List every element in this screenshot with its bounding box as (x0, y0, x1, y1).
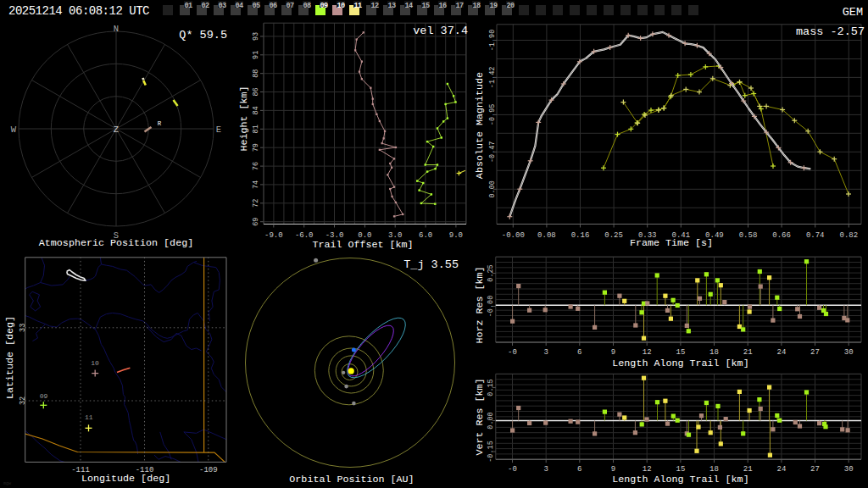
svg-text:16: 16 (439, 2, 448, 10)
svg-text:02: 02 (202, 2, 210, 10)
svg-text:12: 12 (371, 2, 380, 10)
svg-text:11: 11 (354, 2, 363, 10)
svg-text:12: 12 (643, 348, 652, 357)
svg-text:12: 12 (643, 465, 652, 474)
svg-text:W: W (11, 125, 17, 135)
svg-text:0.16: 0.16 (571, 231, 590, 240)
svg-text:10: 10 (91, 359, 99, 367)
svg-text:Longitude [deg]: Longitude [deg] (81, 473, 170, 485)
svg-text:N: N (114, 24, 119, 34)
svg-text:11: 11 (85, 413, 93, 421)
svg-text:21: 21 (743, 465, 753, 474)
svg-text:vel 37.4: vel 37.4 (413, 25, 468, 37)
svg-text:Z: Z (114, 125, 119, 135)
svg-text:9: 9 (611, 348, 615, 357)
svg-text:6.0: 6.0 (419, 231, 432, 240)
svg-text:R: R (158, 120, 162, 127)
svg-text:Q* 59.5: Q* 59.5 (179, 29, 227, 42)
svg-text:27: 27 (810, 465, 820, 474)
svg-text:Latitude [deg]: Latitude [deg] (4, 316, 16, 399)
svg-text:18: 18 (709, 465, 719, 474)
svg-text:9.0: 9.0 (449, 231, 463, 240)
svg-text:01: 01 (185, 2, 193, 10)
svg-text:69: 69 (252, 218, 260, 226)
svg-text:Vert Res [km]: Vert Res [km] (474, 378, 486, 455)
svg-text:T_j 3.55: T_j 3.55 (403, 258, 459, 271)
svg-text:Horz Res [km]: Horz Res [km] (474, 266, 486, 343)
svg-text:33: 33 (19, 324, 27, 332)
svg-text:15: 15 (676, 348, 685, 357)
svg-text:93: 93 (252, 32, 260, 41)
svg-text:mgw: mgw (3, 481, 11, 486)
svg-text:05: 05 (253, 2, 261, 10)
svg-text:mass -2.57: mass -2.57 (796, 25, 865, 38)
svg-text:Frame Time [s]: Frame Time [s] (630, 237, 713, 249)
svg-text:32: 32 (19, 396, 27, 405)
svg-text:30: 30 (844, 465, 854, 474)
svg-text:Height [km]: Height [km] (238, 86, 250, 151)
svg-text:76: 76 (252, 162, 260, 170)
svg-text:09: 09 (40, 392, 48, 400)
svg-text:72: 72 (252, 199, 260, 208)
svg-text:08: 08 (303, 2, 312, 10)
svg-text:27: 27 (810, 348, 820, 357)
svg-text:6: 6 (577, 465, 581, 474)
svg-text:-6.0: -6.0 (295, 231, 314, 240)
svg-text:Length Along Trail [km]: Length Along Trail [km] (612, 474, 748, 485)
svg-text:79: 79 (252, 143, 260, 152)
svg-text:6: 6 (577, 348, 581, 357)
svg-text:04: 04 (236, 2, 244, 10)
svg-text:13: 13 (388, 2, 397, 10)
svg-text:10: 10 (337, 2, 346, 10)
svg-text:Absolute Magnitude: Absolute Magnitude (474, 72, 486, 179)
svg-text:21: 21 (743, 348, 753, 357)
svg-text:17: 17 (456, 2, 465, 10)
svg-text:Orbital Position [AU]: Orbital Position [AU] (289, 474, 414, 485)
svg-text:-9.0: -9.0 (264, 231, 283, 240)
svg-text:74: 74 (252, 180, 260, 189)
svg-text:3: 3 (543, 465, 548, 474)
svg-text:Length Along Trail [km]: Length Along Trail [km] (612, 358, 748, 369)
svg-text:15: 15 (422, 2, 431, 10)
svg-text:GEM: GEM (843, 6, 863, 19)
svg-text:20251214 06:08:12 UTC: 20251214 06:08:12 UTC (8, 4, 149, 18)
svg-text:84: 84 (252, 106, 260, 114)
svg-text:18: 18 (473, 2, 481, 10)
svg-text:06: 06 (270, 2, 278, 10)
svg-text:-0.00: -0.00 (502, 231, 525, 240)
svg-text:9: 9 (611, 465, 615, 474)
svg-text:15: 15 (676, 465, 685, 474)
svg-text:91: 91 (252, 51, 260, 59)
svg-text:-0: -0 (508, 465, 517, 474)
svg-text:-109: -109 (199, 466, 218, 474)
svg-text:86: 86 (252, 87, 260, 96)
svg-text:-0: -0 (508, 348, 517, 357)
svg-text:24: 24 (776, 348, 786, 357)
svg-text:0.66: 0.66 (772, 231, 791, 240)
svg-text:18: 18 (709, 348, 719, 357)
svg-text:30: 30 (844, 348, 854, 357)
svg-text:20: 20 (507, 2, 515, 10)
svg-text:88: 88 (252, 69, 260, 78)
svg-text:03: 03 (219, 2, 227, 10)
svg-text:3: 3 (543, 348, 548, 357)
svg-text:Trail Offset [km]: Trail Offset [km] (312, 239, 413, 251)
svg-text:0.74: 0.74 (806, 231, 825, 240)
svg-text:19: 19 (490, 2, 498, 10)
svg-text:24: 24 (776, 465, 786, 474)
svg-text:81: 81 (252, 125, 260, 133)
svg-text:0.08: 0.08 (537, 231, 556, 240)
svg-text:Atmospheric Position [deg]: Atmospheric Position [deg] (39, 237, 193, 249)
svg-text:09: 09 (320, 2, 329, 10)
svg-text:0.82: 0.82 (839, 231, 858, 240)
svg-text:E: E (216, 125, 221, 135)
svg-text:07: 07 (287, 2, 295, 10)
svg-text:14: 14 (405, 2, 414, 10)
svg-text:0.58: 0.58 (739, 231, 758, 240)
svg-text:0.25: 0.25 (604, 231, 623, 240)
